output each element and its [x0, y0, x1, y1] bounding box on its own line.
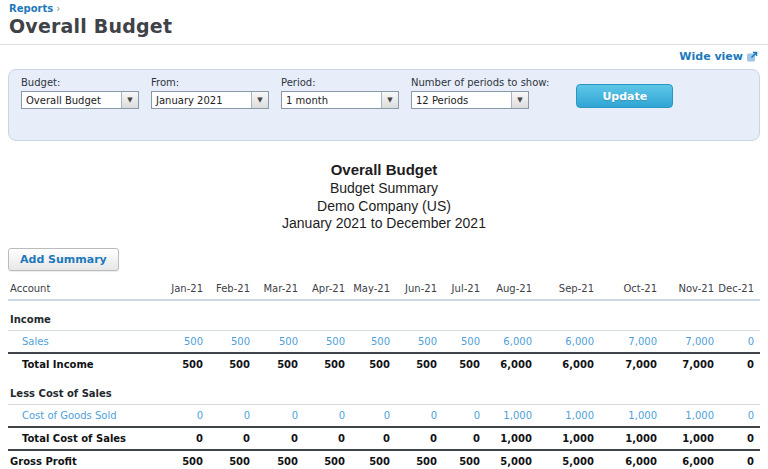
- cell-value: 0: [155, 427, 205, 450]
- budget-select[interactable]: Overall Budget ▼: [21, 91, 139, 109]
- period-select[interactable]: 1 month ▼: [281, 91, 399, 109]
- cell-value: 0: [392, 427, 439, 450]
- cell-value[interactable]: 0: [439, 404, 482, 427]
- report-date-range: January 2021 to December 2021: [0, 215, 768, 233]
- cell-value[interactable]: 0: [252, 404, 300, 427]
- cell-value: 500: [347, 353, 392, 375]
- chevron-down-icon[interactable]: ▼: [381, 92, 398, 108]
- cell-value[interactable]: 500: [439, 330, 482, 353]
- cell-value: 500: [439, 353, 482, 375]
- cell-value[interactable]: 500: [300, 330, 347, 353]
- breadcrumb: Reports›: [9, 3, 758, 14]
- from-filter: From: January 2021 ▼: [151, 77, 269, 109]
- periods-to-show-select-value: 12 Periods: [412, 95, 511, 106]
- cell-value[interactable]: 1,000: [534, 404, 596, 427]
- from-label: From:: [151, 77, 269, 88]
- cell-value[interactable]: 500: [252, 330, 300, 353]
- period-label: Period:: [281, 77, 399, 88]
- cell-value[interactable]: 0: [155, 404, 205, 427]
- cell-value: 5,000: [534, 450, 596, 469]
- column-header-jun-21: Jun-21: [392, 278, 439, 300]
- table-row-sales: Sales5005005005005005005006,0006,0007,00…: [8, 330, 760, 353]
- cell-value[interactable]: 0: [392, 404, 439, 427]
- cell-value: 500: [252, 353, 300, 375]
- report-subtitle: Budget Summary: [0, 180, 768, 198]
- cell-value: 500: [300, 450, 347, 469]
- cell-value: 6,000: [482, 353, 534, 375]
- cell-value: 0: [716, 450, 760, 469]
- column-header-jul-21: Jul-21: [439, 278, 482, 300]
- row-label: Gross Profit: [8, 450, 155, 469]
- wide-view-link[interactable]: Wide view: [679, 50, 758, 63]
- column-header-apr-21: Apr-21: [300, 278, 347, 300]
- account-link[interactable]: Sales: [8, 330, 155, 353]
- breadcrumb-reports-link[interactable]: Reports: [9, 3, 53, 14]
- cell-value: 0: [347, 427, 392, 450]
- table-row-income: Income: [8, 300, 760, 331]
- budget-select-value: Overall Budget: [22, 95, 121, 106]
- table-row-cost-of-goods-sold: Cost of Goods Sold00000001,0001,0001,000…: [8, 404, 760, 427]
- cell-value: 500: [392, 353, 439, 375]
- cell-value: 6,000: [534, 353, 596, 375]
- section-label: Less Cost of Sales: [8, 375, 760, 405]
- wide-view-label: Wide view: [679, 50, 743, 63]
- period-filter: Period: 1 month ▼: [281, 77, 399, 109]
- cell-value[interactable]: 6,000: [534, 330, 596, 353]
- table-row-total-cost-of-sales: Total Cost of Sales00000001,0001,0001,00…: [8, 427, 760, 450]
- column-header-oct-21: Oct-21: [596, 278, 659, 300]
- periods-to-show-filter: Number of periods to show: 12 Periods ▼: [411, 77, 549, 109]
- cell-value: 1,000: [534, 427, 596, 450]
- cell-value[interactable]: 0: [205, 404, 252, 427]
- cell-value[interactable]: 0: [347, 404, 392, 427]
- cell-value[interactable]: 500: [155, 330, 205, 353]
- cell-value: 6,000: [596, 450, 659, 469]
- update-button[interactable]: Update: [576, 84, 673, 108]
- budget-table: AccountJan-21Feb-21Mar-21Apr-21May-21Jun…: [8, 278, 760, 469]
- report-company: Demo Company (US): [0, 198, 768, 216]
- cell-value: 500: [155, 450, 205, 469]
- from-select[interactable]: January 2021 ▼: [151, 91, 269, 109]
- cell-value: 5,000: [482, 450, 534, 469]
- breadcrumb-separator: ›: [56, 3, 60, 14]
- column-header-account: Account: [8, 278, 155, 300]
- column-header-mar-21: Mar-21: [252, 278, 300, 300]
- cell-value[interactable]: 500: [392, 330, 439, 353]
- chevron-down-icon[interactable]: ▼: [511, 92, 528, 108]
- periods-to-show-select[interactable]: 12 Periods ▼: [411, 91, 529, 109]
- add-summary-button[interactable]: Add Summary: [8, 248, 119, 271]
- cell-value[interactable]: 6,000: [482, 330, 534, 353]
- chevron-down-icon[interactable]: ▼: [251, 92, 268, 108]
- cell-value: 500: [300, 353, 347, 375]
- column-header-sep-21: Sep-21: [534, 278, 596, 300]
- column-header-may-21: May-21: [347, 278, 392, 300]
- cell-value[interactable]: 0: [300, 404, 347, 427]
- cell-value[interactable]: 7,000: [659, 330, 716, 353]
- cell-value: 500: [439, 450, 482, 469]
- report-heading: Overall Budget Budget Summary Demo Compa…: [0, 161, 768, 233]
- account-link[interactable]: Cost of Goods Sold: [8, 404, 155, 427]
- cell-value[interactable]: 1,000: [596, 404, 659, 427]
- cell-value[interactable]: 1,000: [482, 404, 534, 427]
- cell-value[interactable]: 0: [716, 330, 760, 353]
- cell-value[interactable]: 500: [205, 330, 252, 353]
- row-label: Total Cost of Sales: [8, 427, 155, 450]
- filter-panel: Budget: Overall Budget ▼ From: January 2…: [8, 69, 760, 141]
- expand-window-icon: [747, 51, 758, 62]
- column-header-nov-21: Nov-21: [659, 278, 716, 300]
- cell-value: 500: [252, 450, 300, 469]
- cell-value: 0: [205, 427, 252, 450]
- cell-value: 7,000: [596, 353, 659, 375]
- cell-value[interactable]: 1,000: [659, 404, 716, 427]
- column-header-aug-21: Aug-21: [482, 278, 534, 300]
- cell-value[interactable]: 0: [716, 404, 760, 427]
- cell-value[interactable]: 500: [347, 330, 392, 353]
- wide-view-row: Wide view: [0, 45, 768, 66]
- cell-value: 500: [155, 353, 205, 375]
- chevron-down-icon[interactable]: ▼: [121, 92, 138, 108]
- table-row-less-cost-of-sales: Less Cost of Sales: [8, 375, 760, 405]
- from-select-value: January 2021: [152, 95, 251, 106]
- section-label: Income: [8, 300, 760, 331]
- cell-value[interactable]: 7,000: [596, 330, 659, 353]
- budget-label: Budget:: [21, 77, 139, 88]
- cell-value: 1,000: [482, 427, 534, 450]
